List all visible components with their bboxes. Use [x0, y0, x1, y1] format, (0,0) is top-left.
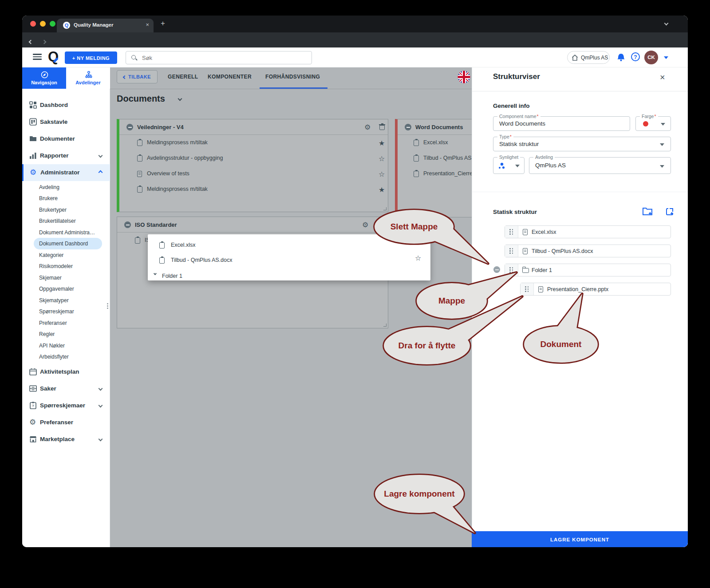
- back-button[interactable]: TILBAKE: [117, 70, 158, 83]
- collapse-icon[interactable]: [405, 124, 411, 130]
- tab-komponenter[interactable]: KOMPONENTER: [208, 74, 252, 80]
- sidebar-item-sporreskjemaer[interactable]: ? Spørreskjemaer: [22, 397, 110, 414]
- sidebar-subitem[interactable]: Oppgavemaler: [22, 284, 110, 295]
- close-icon[interactable]: ×: [660, 72, 665, 83]
- star-filled-icon[interactable]: [379, 185, 385, 194]
- sidebar-subitem[interactable]: Kategorier: [22, 250, 110, 261]
- collapse-icon[interactable]: [126, 124, 133, 130]
- sidebar-subitem[interactable]: Preferanser: [22, 318, 110, 329]
- avatar[interactable]: CK: [644, 51, 658, 64]
- new-tab-button[interactable]: +: [161, 19, 165, 28]
- card-row[interactable]: Meldingsprosess m/tiltak: [119, 182, 388, 197]
- minimize-window-button[interactable]: [40, 21, 46, 27]
- delete-folder-icon[interactable]: [493, 266, 500, 273]
- resize-corner[interactable]: [383, 324, 387, 327]
- uk-flag-icon[interactable]: [458, 71, 470, 83]
- sidebar-tab-avdelinger[interactable]: Avdelinger: [66, 67, 110, 89]
- star-outline-icon[interactable]: [379, 170, 385, 178]
- sidebar-subitem[interactable]: Brukertillatelser: [22, 216, 110, 227]
- row-label: Overview of tests: [147, 170, 189, 177]
- sidebar-subitem[interactable]: Regler: [22, 329, 110, 340]
- folder-item[interactable]: Folder 1: [148, 269, 430, 284]
- drag-handle[interactable]: [505, 245, 518, 257]
- storefront-icon: [29, 435, 37, 443]
- drag-handle[interactable]: [521, 283, 534, 295]
- synlighet-field[interactable]: Synlighet: [493, 157, 525, 174]
- struct-row-tilbud[interactable]: Tilbud - QmPlus AS.docx: [505, 245, 671, 257]
- card-row[interactable]: Avdelingsstruktur - oppbygging: [119, 150, 388, 166]
- card-row[interactable]: Excel.xlsx: [398, 135, 472, 150]
- sidebar-subitem[interactable]: API Nøkler: [22, 340, 110, 351]
- sidebar-subitem[interactable]: Risikomodeler: [22, 261, 110, 272]
- sidebar-item-aktivitetsplan[interactable]: Aktivitetsplan: [22, 363, 110, 380]
- resize-corner[interactable]: [383, 207, 387, 210]
- help-icon[interactable]: ?: [631, 52, 640, 61]
- browser-tab[interactable]: Q Quality Manager ×: [57, 19, 154, 32]
- maximize-window-button[interactable]: [50, 21, 55, 27]
- sidebar-subitem-selected[interactable]: Dokument Dashbord: [22, 238, 110, 249]
- star-filled-icon[interactable]: [379, 139, 385, 147]
- struct-row-folder[interactable]: Folder 1: [505, 264, 671, 276]
- gear-icon[interactable]: [364, 123, 371, 131]
- drag-handle[interactable]: [505, 226, 518, 238]
- sidebar-subitem[interactable]: Brukere: [22, 193, 110, 204]
- bell-icon[interactable]: [617, 52, 625, 61]
- tab-close-icon[interactable]: ×: [146, 21, 149, 28]
- forward-icon[interactable]: [43, 38, 46, 45]
- list-item[interactable]: Tilbud - QmPlus AS.docx: [148, 253, 430, 268]
- sidebar-item-marketplace[interactable]: Marketplace: [22, 431, 110, 448]
- card-row[interactable]: Tilbud - QmPlus AS.d: [398, 150, 472, 166]
- sidebar-subitem[interactable]: Avdeling: [22, 182, 110, 193]
- sidebar-tab-navigasjon[interactable]: Navigasjon: [22, 67, 66, 89]
- collapse-icon[interactable]: [124, 221, 131, 228]
- add-folder-icon[interactable]: [643, 207, 653, 216]
- tab-forhandsvisning[interactable]: FORHÅNDSVISNING: [265, 74, 320, 80]
- star-outline-icon[interactable]: [379, 154, 385, 163]
- subitem-label: Arbeidsflyter: [39, 354, 69, 360]
- farge-field[interactable]: Farge: [635, 116, 671, 131]
- struct-row-presentation[interactable]: Presentation_Cierre.pptx: [520, 283, 671, 296]
- sidebar-subitem[interactable]: Skjemaer: [22, 272, 110, 284]
- card-row[interactable]: Overview of tests: [119, 166, 388, 182]
- sidebar-item-dashbord[interactable]: Dashbord: [22, 97, 110, 114]
- tab-generell[interactable]: GENERELL: [168, 74, 198, 80]
- card-row[interactable]: Presentation_Cierre.p: [398, 166, 472, 182]
- back-icon[interactable]: [29, 38, 32, 45]
- sidebar-subitem[interactable]: Brukertyper: [22, 205, 110, 216]
- trash-icon[interactable]: [379, 124, 385, 130]
- sidebar-item-preferanser[interactable]: ⚙ Preferanser: [22, 414, 110, 431]
- save-component-button[interactable]: LAGRE KOMPONENT: [472, 531, 688, 547]
- sidebar-item-rapporter[interactable]: Rapporter: [22, 147, 110, 164]
- app-menu-icon[interactable]: [33, 54, 42, 60]
- gear-icon[interactable]: [362, 221, 368, 229]
- sidebar-subitem[interactable]: Spørreskjemar: [22, 306, 110, 317]
- sidebar-item-sakstavle[interactable]: Sakstavle: [22, 114, 110, 130]
- component-name-field[interactable]: Component name Word Documents: [493, 116, 630, 131]
- list-item[interactable]: Excel.xlsx: [148, 238, 430, 253]
- tab-search-chevron-icon[interactable]: [663, 20, 670, 27]
- sidebar-item-administrator[interactable]: ⚙ Administrator: [22, 164, 110, 181]
- close-window-button[interactable]: [30, 21, 36, 27]
- visibility-dots-icon: [498, 162, 506, 170]
- search-box[interactable]: [126, 51, 312, 64]
- sidebar-item-dokumenter[interactable]: Dokumenter: [22, 130, 110, 147]
- add-item-icon[interactable]: [666, 208, 674, 216]
- profile-caret-icon[interactable]: [664, 56, 668, 59]
- card-row[interactable]: Meldingsprosess m/tiltak: [119, 135, 388, 150]
- sidebar-item-label: Sakstavle: [40, 118, 67, 125]
- org-selector[interactable]: QmPlus AS: [567, 51, 610, 64]
- gear-icon: ⚙: [29, 418, 37, 426]
- panel-resize-handle[interactable]: [107, 303, 109, 310]
- sidebar-subitem[interactable]: Arbeidsflyter: [22, 351, 110, 363]
- sidebar-subitem[interactable]: Dokument Administra…: [22, 227, 110, 238]
- struct-row-excel[interactable]: Excel.xlsx: [505, 225, 671, 238]
- drag-handle[interactable]: [505, 264, 518, 276]
- sidebar-item-saker[interactable]: Saker: [22, 380, 110, 397]
- avdeling-field[interactable]: Avdeling QmPlus AS: [529, 157, 671, 174]
- search-input[interactable]: [141, 52, 305, 63]
- type-field[interactable]: Type Statisk struktur: [493, 137, 671, 151]
- subitem-label: Risikomodeler: [39, 263, 73, 269]
- sidebar-subitem[interactable]: Skjematyper: [22, 295, 110, 306]
- star-outline-icon[interactable]: [415, 254, 421, 262]
- new-message-button[interactable]: + NY MELDING: [65, 51, 117, 64]
